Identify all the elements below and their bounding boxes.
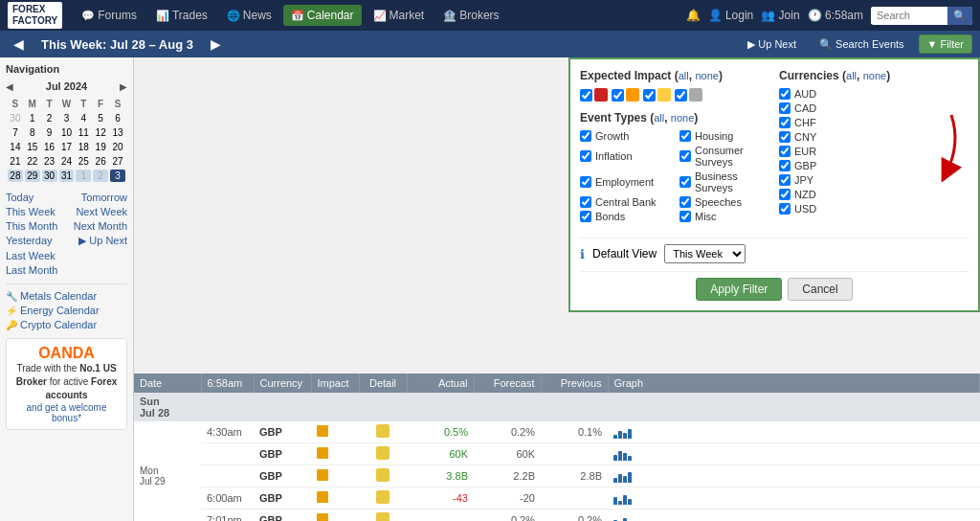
cal-day[interactable]: 25 <box>76 155 91 168</box>
cal-day[interactable]: 5 <box>93 112 108 125</box>
impact-indicator <box>317 491 328 503</box>
yesterday-link[interactable]: Yesterday <box>6 235 53 247</box>
cal-day[interactable]: 13 <box>110 126 125 139</box>
event-type-speeches: Speeches <box>679 196 769 208</box>
cal-day[interactable]: 20 <box>110 141 125 153</box>
impact-title: Expected Impact (all, none) <box>580 69 769 82</box>
cal-day[interactable]: 11 <box>76 126 91 139</box>
this-week-link[interactable]: This Week <box>6 206 56 217</box>
detail-icon[interactable] <box>376 512 390 521</box>
event-graph[interactable] <box>608 443 980 465</box>
event-types-all-link[interactable]: all <box>654 112 664 124</box>
detail-icon[interactable] <box>376 490 390 504</box>
currencies-none-link[interactable]: none <box>863 70 886 81</box>
nav-trades[interactable]: 📊Trades <box>148 5 215 26</box>
nav-brokers[interactable]: 🏦Brokers <box>435 5 506 26</box>
detail-icon[interactable] <box>376 424 390 438</box>
cal-month: Jul 2024 <box>46 80 87 92</box>
event-detail <box>359 465 407 487</box>
prev-week-button[interactable]: ◀ <box>8 34 30 54</box>
cal-day[interactable]: 10 <box>59 126 75 139</box>
bell-icon[interactable]: 🔔 <box>686 9 701 22</box>
apply-filter-button[interactable]: Apply Filter <box>696 278 782 301</box>
cal-day[interactable]: 2 <box>42 112 57 125</box>
impact-none-link[interactable]: none <box>695 70 718 81</box>
impact-orange-check[interactable] <box>612 89 624 102</box>
cal-day[interactable]: 23 <box>42 155 57 168</box>
nav-forums[interactable]: 💬Forums <box>74 5 145 26</box>
currency-cad: CAD <box>779 102 969 114</box>
cal-day[interactable]: 15 <box>25 141 40 153</box>
nav-calendar[interactable]: 📅Calendar <box>283 5 362 26</box>
cal-day[interactable]: 7 <box>8 126 23 139</box>
cal-day[interactable]: 8 <box>25 126 40 139</box>
nav-market[interactable]: 📈Market <box>366 5 433 26</box>
event-graph[interactable] <box>608 487 980 510</box>
cal-day[interactable]: 28 <box>8 170 23 182</box>
login-button[interactable]: 👤 Login <box>708 9 754 22</box>
ad-cta[interactable]: and get a welcome bonus* <box>12 402 121 423</box>
up-next-sidebar-link[interactable]: ▶ Up Next <box>78 235 127 247</box>
crypto-calendar-link[interactable]: 🔑 Crypto Calendar <box>6 319 127 330</box>
energy-calendar-link[interactable]: ⚡ Energy Calendar <box>6 305 127 316</box>
next-month-link[interactable]: Next Month <box>74 220 127 232</box>
cal-day[interactable]: 29 <box>25 170 40 182</box>
detail-icon[interactable] <box>376 468 390 482</box>
today-link[interactable]: Today <box>6 192 33 203</box>
metals-calendar-link[interactable]: 🔧 Metals Calendar <box>6 290 127 302</box>
content-area: Expected Impact (all, none) <box>134 57 980 521</box>
cal-day[interactable]: 4 <box>76 112 91 125</box>
cal-day[interactable]: 14 <box>8 141 23 153</box>
nav-news[interactable]: 🌐News <box>219 5 279 26</box>
search-button[interactable]: 🔍 <box>947 7 972 25</box>
search-events-button[interactable]: 🔍 Search Events <box>811 34 913 55</box>
cal-day[interactable]: 30 <box>42 170 57 182</box>
impact-yellow-check[interactable] <box>643 89 656 102</box>
detail-icon[interactable] <box>376 446 390 460</box>
cal-day[interactable]: 22 <box>25 155 40 168</box>
cancel-filter-button[interactable]: Cancel <box>788 278 852 301</box>
tomorrow-link[interactable]: Tomorrow <box>81 192 127 203</box>
cal-day[interactable]: 26 <box>93 155 108 168</box>
search-input[interactable] <box>871 7 947 24</box>
cal-prev-button[interactable]: ◀ <box>6 81 13 92</box>
last-month-link[interactable]: Last Month <box>6 264 57 276</box>
cal-day[interactable]: 16 <box>42 141 57 153</box>
cal-day[interactable]: 3 <box>59 112 75 125</box>
search-box[interactable]: 🔍 <box>871 7 972 25</box>
last-week-link[interactable]: Last Week <box>6 250 56 261</box>
cal-day[interactable]: 21 <box>8 155 23 168</box>
cal-day[interactable]: 6 <box>110 112 125 125</box>
filter-button[interactable]: ▼ Filter <box>919 34 972 54</box>
cal-day[interactable]: 17 <box>59 141 75 153</box>
cal-day[interactable]: 9 <box>42 126 57 139</box>
cal-day[interactable]: 24 <box>59 155 75 168</box>
next-week-button[interactable]: ▶ <box>205 34 227 54</box>
currencies-all-link[interactable]: all <box>846 70 857 81</box>
up-next-button[interactable]: ▶ Up Next <box>739 34 805 55</box>
col-date: Date <box>134 374 201 393</box>
cal-day[interactable]: 30 <box>8 112 23 125</box>
cal-day[interactable]: 19 <box>93 141 108 153</box>
cal-day[interactable]: 31 <box>59 170 75 182</box>
event-graph[interactable] <box>608 421 980 443</box>
impact-red-check[interactable] <box>580 89 592 102</box>
cal-next-button[interactable]: ▶ <box>120 81 127 92</box>
this-month-link[interactable]: This Month <box>6 220 57 232</box>
cal-day[interactable]: 27 <box>110 155 125 168</box>
table-row: GBP 60K 60K <box>134 443 980 465</box>
cal-day[interactable]: 12 <box>93 126 108 139</box>
impact-all-link[interactable]: all <box>679 70 689 81</box>
event-graph[interactable] <box>608 465 980 487</box>
impact-gray-check[interactable] <box>675 89 687 102</box>
event-graph[interactable] <box>608 510 980 522</box>
cal-day[interactable]: 2 <box>93 170 108 182</box>
cal-day[interactable]: 18 <box>76 141 91 153</box>
event-types-none-link[interactable]: none <box>671 112 694 124</box>
cal-day[interactable]: 3 <box>110 170 125 182</box>
cal-day[interactable]: 1 <box>25 112 40 125</box>
next-week-link[interactable]: Next Week <box>76 206 127 217</box>
join-button[interactable]: 👥 Join <box>761 9 799 22</box>
default-view-select[interactable]: This Week This Month Today <box>664 244 746 263</box>
cal-day[interactable]: 1 <box>76 170 91 182</box>
